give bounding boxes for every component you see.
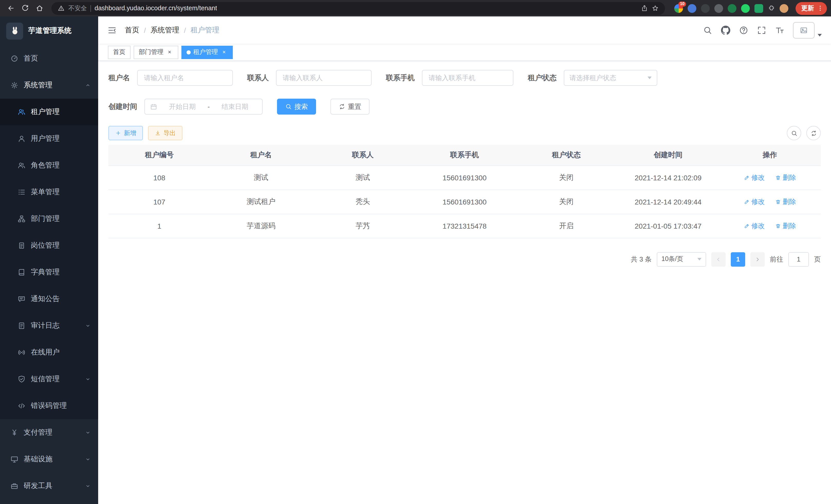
- sidebar-toggle-icon[interactable]: [107, 25, 117, 35]
- delete-link[interactable]: 删除: [775, 173, 796, 182]
- browser-update-button[interactable]: 更新: [796, 2, 827, 14]
- search-icon[interactable]: [703, 25, 712, 35]
- contact-input[interactable]: [276, 70, 372, 86]
- col-tenant-id: 租户编号: [109, 145, 210, 166]
- table-toolbar: 新增 导出: [109, 126, 821, 140]
- active-dot: [187, 50, 191, 54]
- prev-page-button[interactable]: [711, 252, 726, 266]
- status-select[interactable]: 请选择租户状态: [564, 70, 657, 86]
- export-button[interactable]: 导出: [148, 126, 182, 140]
- browser-back-button[interactable]: [4, 2, 18, 15]
- filter-phone: 联系手机: [386, 70, 513, 86]
- refresh-table-button[interactable]: [806, 126, 821, 140]
- toggle-search-button[interactable]: [787, 126, 801, 140]
- extension-icon[interactable]: [714, 4, 723, 12]
- extension-icon[interactable]: 10: [674, 4, 683, 12]
- cell-status: 关闭: [515, 189, 617, 214]
- chevron-down-icon: [648, 77, 652, 79]
- screen: 不安全 dashboard.yudao.iocoder.cn/system/te…: [0, 0, 831, 504]
- edit-link[interactable]: 修改: [744, 221, 765, 230]
- close-icon[interactable]: ×: [166, 49, 173, 56]
- sidebar-item-error-code[interactable]: 错误码管理: [0, 392, 98, 419]
- page-size-select[interactable]: 10条/页: [657, 252, 706, 266]
- chevron-up-icon: [85, 82, 91, 88]
- sidebar-item-tenant[interactable]: 租户管理: [0, 99, 98, 125]
- extension-icon[interactable]: [728, 4, 737, 12]
- main-area: 首页 / 系统管理 / 租户管理: [98, 17, 831, 504]
- extensions-puzzle-icon[interactable]: [768, 5, 775, 12]
- browser-reload-button[interactable]: [19, 2, 32, 15]
- phone-input[interactable]: [422, 70, 513, 86]
- edit-link[interactable]: 修改: [744, 173, 765, 182]
- delete-link[interactable]: 删除: [775, 197, 796, 206]
- avatar[interactable]: [793, 22, 814, 38]
- extension-badge: 10: [678, 1, 686, 6]
- sidebar-item-notice[interactable]: 通知公告: [0, 286, 98, 313]
- bookmark-star-icon[interactable]: [652, 5, 659, 12]
- col-contact: 联系人: [312, 145, 414, 166]
- search-button[interactable]: 搜索: [277, 99, 316, 115]
- sidebar-item-audit-log[interactable]: 审计日志: [0, 313, 98, 339]
- cell-phone: 15601691300: [414, 166, 515, 189]
- close-icon[interactable]: ×: [221, 49, 228, 56]
- reset-button[interactable]: 重置: [331, 99, 370, 115]
- user-avatar-menu[interactable]: [793, 22, 822, 38]
- url-text[interactable]: dashboard.yudao.iocoder.cn/system/tenant: [94, 5, 217, 12]
- fullscreen-icon[interactable]: [757, 25, 766, 35]
- github-icon[interactable]: [721, 25, 730, 35]
- tenant-table: 租户编号 租户名 联系人 联系手机 租户状态 创建时间 操作 108 测试: [109, 145, 821, 238]
- extension-icon[interactable]: [754, 4, 763, 12]
- sidebar-item-payment[interactable]: 支付管理: [0, 419, 98, 446]
- add-button[interactable]: 新增: [109, 126, 143, 140]
- sidebar-item-infra[interactable]: 基础设施: [0, 446, 98, 473]
- cell-created: 2021-01-05 17:03:47: [617, 214, 719, 238]
- sidebar-item-dict[interactable]: 字典管理: [0, 259, 98, 286]
- font-size-icon[interactable]: [775, 25, 784, 35]
- sidebar-item-dept[interactable]: 部门管理: [0, 206, 98, 232]
- field-label: 创建时间: [109, 102, 137, 111]
- next-page-button[interactable]: [750, 252, 765, 266]
- current-page[interactable]: 1: [731, 252, 745, 266]
- sidebar-item-user[interactable]: 用户管理: [0, 125, 98, 152]
- cell-status: 开启: [515, 214, 617, 238]
- cell-actions: 修改 删除: [719, 189, 821, 214]
- date-start[interactable]: 开始日期: [160, 102, 204, 111]
- date-range-picker[interactable]: 开始日期 - 结束日期: [144, 99, 263, 115]
- field-label: 联系手机: [386, 73, 415, 83]
- yen-icon: [10, 428, 19, 437]
- sidebar-item-system[interactable]: 系统管理: [0, 72, 98, 99]
- address-bar[interactable]: 不安全 dashboard.yudao.iocoder.cn/system/te…: [51, 2, 665, 14]
- browser-menu-icon[interactable]: [816, 5, 824, 12]
- cell-contact: 秃头: [312, 189, 414, 214]
- sidebar-item-dev-tools[interactable]: 研发工具: [0, 473, 98, 499]
- tag-dept[interactable]: 部门管理 ×: [134, 46, 178, 59]
- sidebar-item-sms[interactable]: 短信管理: [0, 366, 98, 392]
- page-content: 租户名 联系人 联系手机 租户状态 请选择租户状态: [98, 61, 831, 504]
- edit-link[interactable]: 修改: [744, 197, 765, 206]
- browser-home-button[interactable]: [33, 2, 46, 15]
- date-end[interactable]: 结束日期: [213, 102, 257, 111]
- profile-avatar[interactable]: [780, 4, 789, 12]
- breadcrumb-system[interactable]: 系统管理: [150, 25, 179, 35]
- breadcrumb-home[interactable]: 首页: [125, 25, 139, 35]
- share-icon[interactable]: [641, 5, 648, 12]
- extension-icon[interactable]: [741, 4, 750, 12]
- sidebar-item-role[interactable]: 角色管理: [0, 152, 98, 179]
- extension-icon[interactable]: [701, 4, 710, 12]
- tag-home[interactable]: 首页: [108, 46, 131, 59]
- field-label: 租户名: [109, 73, 130, 83]
- tag-tenant[interactable]: 租户管理 ×: [181, 46, 233, 59]
- goto-page-input[interactable]: [789, 252, 809, 266]
- sidebar-item-online-users[interactable]: 在线用户: [0, 339, 98, 366]
- app-frame: 芋道管理系统 首页 系统管理 租户管理 用户管理: [0, 17, 831, 504]
- table-row: 107 测试租户 秃头 15601691300 关闭 2021-12-14 20…: [109, 189, 821, 214]
- delete-link[interactable]: 删除: [775, 221, 796, 230]
- sidebar-item-menu[interactable]: 菜单管理: [0, 179, 98, 206]
- app-logo[interactable]: 芋道管理系统: [0, 17, 98, 45]
- tenant-name-input[interactable]: [137, 70, 233, 86]
- sidebar-item-home[interactable]: 首页: [0, 45, 98, 72]
- security-label[interactable]: 不安全: [68, 4, 87, 12]
- help-icon[interactable]: [739, 25, 748, 35]
- extension-icon[interactable]: [688, 4, 696, 12]
- sidebar-item-post[interactable]: 岗位管理: [0, 232, 98, 259]
